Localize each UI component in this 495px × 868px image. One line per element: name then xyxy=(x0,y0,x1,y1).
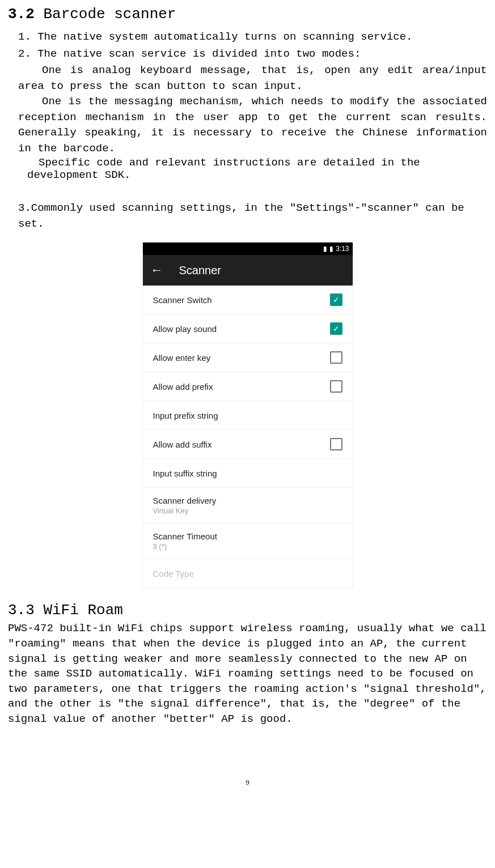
list-item-2b: One is the messaging mechanism, which ne… xyxy=(18,94,487,156)
checkbox-allow-play-sound[interactable] xyxy=(330,322,342,335)
section-3-2-heading: 3.2 Barcode scanner xyxy=(8,6,487,23)
page-number: 9 xyxy=(8,778,487,787)
row-input-prefix-string[interactable]: Input prefix string xyxy=(143,401,353,430)
row-code-type: Code Type xyxy=(143,559,353,588)
section-number: 3.2 xyxy=(8,6,35,23)
section-3-3-heading: 3.3 WiFi Roam xyxy=(8,602,487,619)
checkbox-allow-add-prefix[interactable] xyxy=(330,380,342,393)
appbar-title: Scanner xyxy=(179,264,222,277)
list-item-2c: Specific code and relevant instructions … xyxy=(27,156,487,181)
checkbox-scanner-switch[interactable] xyxy=(330,293,342,306)
status-bar: ▮ ▮ 3:13 xyxy=(143,242,353,255)
row-scanner-delivery[interactable]: Scanner delivery Virtual Key xyxy=(143,488,353,524)
row-allow-add-suffix[interactable]: Allow add suffix xyxy=(143,430,353,459)
row-scanner-timeout[interactable]: Scanner Timeout 3 (*) xyxy=(143,524,353,559)
list-item-1: 1. The native system automatically turns… xyxy=(18,29,487,45)
app-bar: ← Scanner xyxy=(143,255,353,286)
back-arrow-icon[interactable]: ← xyxy=(151,263,163,278)
row-scanner-switch[interactable]: Scanner Switch xyxy=(143,286,353,314)
checkbox-allow-add-suffix[interactable] xyxy=(330,438,342,450)
signal-icon: ▮ xyxy=(323,245,327,253)
section-3-3-body: PWS-472 built-in WiFi chips support wire… xyxy=(8,621,487,726)
row-allow-enter-key[interactable]: Allow enter key xyxy=(143,343,353,372)
list-item-2: 2. The native scan service is divided in… xyxy=(18,46,487,62)
list-item-2a: One is analog keyboard message, that is,… xyxy=(18,63,487,94)
row-allow-play-sound[interactable]: Allow play sound xyxy=(143,314,353,343)
status-time: 3:13 xyxy=(336,245,349,253)
section-title: Barcode scanner xyxy=(43,6,176,23)
battery-icon: ▮ xyxy=(329,245,333,253)
list-item-3: 3.Commonly used scanning settings, in th… xyxy=(18,201,487,232)
checkbox-allow-enter-key[interactable] xyxy=(330,351,342,364)
row-allow-add-prefix[interactable]: Allow add prefix xyxy=(143,372,353,401)
row-input-suffix-string[interactable]: Input suffix string xyxy=(143,459,353,488)
scanner-settings-screenshot: ▮ ▮ 3:13 ← Scanner Scanner Switch Allow … xyxy=(142,242,353,588)
